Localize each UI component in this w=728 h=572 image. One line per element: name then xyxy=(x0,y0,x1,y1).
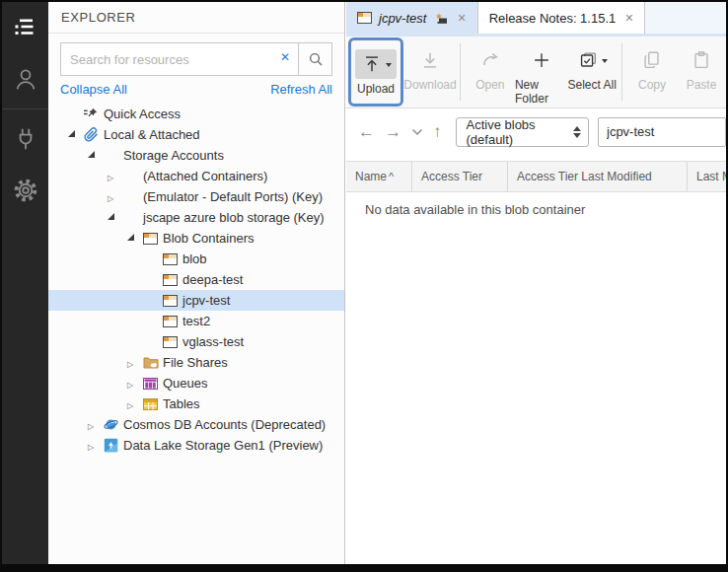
storage-account-icon xyxy=(123,191,139,203)
tree-item-file-shares[interactable]: ▷File Shares xyxy=(48,352,344,373)
tab-jcpv-test[interactable]: jcpv-test✕ xyxy=(346,2,478,34)
download-icon xyxy=(419,49,441,71)
tree-item-deepa-test[interactable]: deepa-test xyxy=(48,269,344,290)
select-spinner-icon xyxy=(573,126,581,138)
tree-item-data-lake-storage-gen1-preview[interactable]: ▷Data Lake Storage Gen1 (Preview) xyxy=(48,435,344,456)
tab-release-notes-1-15-1[interactable]: Release Notes: 1.15.1✕ xyxy=(478,2,646,34)
temp-tab-icon[interactable] xyxy=(433,12,448,25)
tree-item-queues[interactable]: ▷Queues xyxy=(48,373,344,393)
tab-close-icon[interactable]: ✕ xyxy=(622,12,633,25)
paste-button[interactable]: Paste xyxy=(677,36,726,107)
file-share-icon xyxy=(143,356,159,369)
settings-gear-icon[interactable] xyxy=(2,165,48,216)
quick-access-icon xyxy=(84,104,99,124)
tree-item-label: Storage Accounts xyxy=(123,145,224,166)
collapsed-arrow-icon[interactable]: ▷ xyxy=(124,352,136,375)
blob-container-icon xyxy=(163,331,178,352)
new-folder-icon xyxy=(531,49,552,71)
tree-item-label: File Shares xyxy=(163,352,228,373)
collapsed-arrow-icon[interactable]: ▷ xyxy=(85,435,97,458)
tab-close-icon[interactable]: ✕ xyxy=(455,12,466,25)
refresh-all-link[interactable]: Refresh All xyxy=(270,82,332,97)
expanded-arrow-icon[interactable] xyxy=(85,145,97,166)
tree-item-tables[interactable]: ▷Tables xyxy=(48,393,344,414)
toolbar-button-label: Download xyxy=(403,78,456,92)
blob-view-select[interactable]: Active blobs (default) xyxy=(456,117,590,147)
search-button[interactable] xyxy=(298,42,332,76)
expanded-arrow-icon[interactable] xyxy=(124,228,136,249)
search-input[interactable] xyxy=(60,42,298,76)
new-folder-button[interactable]: New Folder xyxy=(515,36,567,107)
toolbar-button-label: Select All xyxy=(567,78,616,92)
copy-button[interactable]: Copy xyxy=(627,36,677,107)
tree-item-blob[interactable]: blob xyxy=(48,249,344,269)
tree-item-attached-containers[interactable]: ▷(Attached Containers) xyxy=(48,166,344,186)
toolbar-button-label: Paste xyxy=(687,78,717,92)
tree-item-label: Queues xyxy=(163,373,208,393)
collapsed-arrow-icon[interactable]: ▷ xyxy=(124,373,136,395)
open-button[interactable]: Open xyxy=(466,36,515,107)
tree-item-storage-accounts[interactable]: Storage Accounts xyxy=(48,145,344,166)
collapsed-arrow-icon[interactable]: ▷ xyxy=(105,166,116,188)
account-icon[interactable] xyxy=(2,53,48,105)
tree-item-emulator-default-ports-key[interactable]: ▷(Emulator - Default Ports) (Key) xyxy=(48,186,344,207)
tree-item-vglass-test[interactable]: vglass-test xyxy=(48,331,344,352)
up-button[interactable]: ↑ xyxy=(433,123,442,140)
tree-item-quick-access[interactable]: Quick Access xyxy=(48,104,344,124)
storage-account-icon xyxy=(123,171,139,182)
connect-plug-icon[interactable] xyxy=(2,113,48,165)
copy-icon xyxy=(641,49,663,71)
tree-item-cosmos-db-accounts-deprecated[interactable]: ▷Cosmos DB Accounts (Deprecated) xyxy=(48,414,344,435)
storage-account-icon xyxy=(104,150,119,162)
tree-item-jcpv-test[interactable]: jcpv-test xyxy=(48,290,344,311)
collapse-all-link[interactable]: Collapse All xyxy=(60,82,127,97)
empty-container-message: No data available in this blob container xyxy=(346,192,726,217)
explorer-title: EXPLORER xyxy=(48,2,344,34)
back-button[interactable]: ← xyxy=(358,123,375,140)
tree-item-label: Data Lake Storage Gen1 (Preview) xyxy=(123,435,323,456)
blob-view-select-value: Active blobs (default) xyxy=(467,117,574,147)
collapsed-arrow-icon[interactable]: ▷ xyxy=(105,186,116,209)
path-input[interactable] xyxy=(598,117,726,147)
tree-item-label: (Emulator - Default Ports) (Key) xyxy=(143,186,323,207)
chevron-down-icon[interactable] xyxy=(411,128,423,136)
blob-toolbar: UploadDownloadOpenNew FolderSelect AllCo… xyxy=(346,36,726,108)
column-header-label: Access Tier xyxy=(421,170,482,183)
collapsed-arrow-icon[interactable]: ▷ xyxy=(85,414,97,437)
forward-button[interactable]: → xyxy=(385,123,401,140)
search-clear-icon[interactable]: ✕ xyxy=(280,50,290,64)
blob-container-icon xyxy=(163,311,178,331)
collapsed-arrow-icon[interactable]: ▷ xyxy=(124,393,136,416)
tree-item-test2[interactable]: test2 xyxy=(48,311,344,331)
tree-item-blob-containers[interactable]: Blob Containers xyxy=(48,228,344,249)
select-all-button[interactable]: Select All xyxy=(567,36,617,107)
sort-ascending-icon: ^ xyxy=(389,171,394,182)
storage-account-icon xyxy=(123,166,139,186)
search-icon xyxy=(308,51,324,67)
download-button[interactable]: Download xyxy=(405,36,455,107)
column-header-access-tier[interactable]: Access Tier xyxy=(412,162,508,191)
expanded-arrow-icon[interactable] xyxy=(105,207,116,228)
column-header-last-modified[interactable]: Last Modified xyxy=(688,162,726,191)
blob-table-header: Name^Access TierAccess Tier Last Modifie… xyxy=(346,161,726,192)
tree-item-label: deepa-test xyxy=(182,269,243,290)
tree-item-jscape-azure-blob-storage-key[interactable]: jscape azure blob storage (Key) xyxy=(48,207,344,228)
tree-item-label: jcpv-test xyxy=(182,290,230,311)
column-header-access-tier-last-modified[interactable]: Access Tier Last Modified xyxy=(508,162,688,191)
column-header-label: Access Tier Last Modified xyxy=(517,170,652,183)
expanded-arrow-icon[interactable] xyxy=(65,124,77,145)
explorer-toolbox-icon[interactable] xyxy=(2,2,48,53)
tree-item-label: Quick Access xyxy=(104,104,181,124)
blob-container-icon xyxy=(163,253,178,265)
tree-item-label: (Attached Containers) xyxy=(143,166,267,186)
app-window: EXPLORER ✕ Collapse All Refresh All Quic… xyxy=(2,2,726,564)
main-panel: jcpv-test✕Release Notes: 1.15.1✕ UploadD… xyxy=(346,2,726,564)
tree-item-label: Cosmos DB Accounts (Deprecated) xyxy=(123,414,326,435)
column-header-name[interactable]: Name^ xyxy=(346,162,412,191)
cosmos-db-icon xyxy=(104,417,118,432)
tree-item-local-attached[interactable]: Local & Attached xyxy=(48,124,344,145)
queue-icon xyxy=(143,378,158,390)
upload-button[interactable]: Upload xyxy=(351,40,400,104)
cosmos-db-icon xyxy=(104,414,118,435)
attach-icon xyxy=(84,124,99,145)
